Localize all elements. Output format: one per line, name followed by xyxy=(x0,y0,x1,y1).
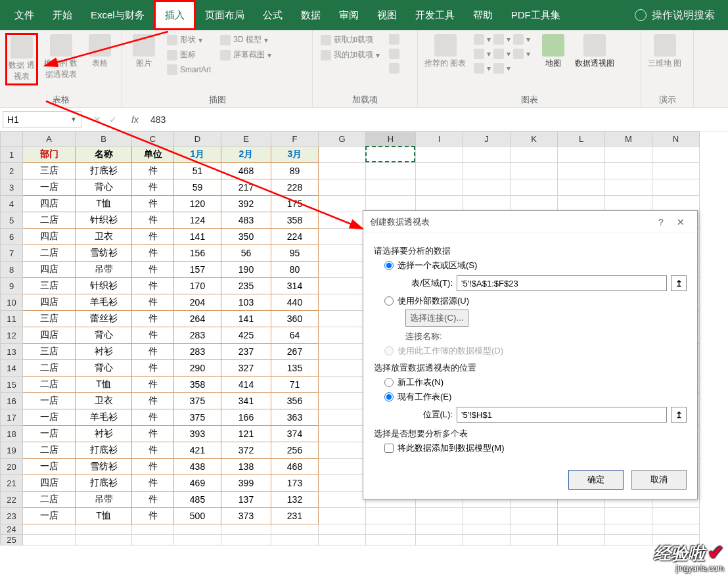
map-button[interactable]: 地图 xyxy=(537,33,570,70)
shapes-button[interactable]: 形状 ▾ xyxy=(164,33,214,47)
data-cell[interactable]: 500 xyxy=(174,508,221,524)
smartart-button[interactable]: SmartArt xyxy=(164,63,214,76)
data-cell[interactable]: 224 xyxy=(271,229,319,245)
addin-slot-3[interactable] xyxy=(386,62,402,75)
data-cell[interactable]: 二店 xyxy=(23,492,76,508)
addin-slot-1[interactable] xyxy=(386,33,402,46)
data-cell[interactable]: 件 xyxy=(132,393,174,409)
data-cell[interactable]: 374 xyxy=(271,426,319,442)
col-header-J[interactable]: J xyxy=(463,132,511,147)
data-cell[interactable]: 327 xyxy=(221,360,271,377)
dialog-titlebar[interactable]: 创建数据透视表 ? ✕ xyxy=(363,211,697,233)
data-cell[interactable]: 一店 xyxy=(23,393,76,409)
data-cell[interactable]: 283 xyxy=(174,327,221,344)
col-header-B[interactable]: B xyxy=(76,132,132,147)
data-cell[interactable]: 228 xyxy=(271,179,319,196)
data-cell[interactable]: 件 xyxy=(132,196,174,212)
data-cell[interactable]: 231 xyxy=(271,508,319,524)
tab-插入[interactable]: 插入 xyxy=(154,0,196,30)
data-cell[interactable]: 件 xyxy=(132,377,174,393)
data-cell[interactable]: 吊带 xyxy=(76,492,132,508)
data-cell[interactable]: 469 xyxy=(174,475,221,492)
data-cell[interactable]: 440 xyxy=(271,294,319,311)
data-cell[interactable]: 三店 xyxy=(23,163,76,179)
data-cell[interactable]: 375 xyxy=(174,409,221,426)
data-cell[interactable]: 衬衫 xyxy=(76,344,132,360)
data-cell[interactable]: 件 xyxy=(132,278,174,294)
data-cell[interactable]: 件 xyxy=(132,311,174,327)
col-header-K[interactable]: K xyxy=(511,132,558,147)
data-cell[interactable]: 二店 xyxy=(23,245,76,262)
data-cell[interactable]: 95 xyxy=(271,245,319,262)
data-cell[interactable]: 四店 xyxy=(23,196,76,212)
header-cell[interactable]: 1月 xyxy=(174,147,221,163)
header-cell[interactable]: 名称 xyxy=(76,147,132,163)
tab-开始[interactable]: 开始 xyxy=(43,0,81,30)
data-cell[interactable]: 打底衫 xyxy=(76,475,132,492)
data-cell[interactable]: 138 xyxy=(221,459,271,475)
data-cell[interactable]: 一店 xyxy=(23,508,76,524)
row-header-20[interactable]: 20 xyxy=(1,459,23,475)
tab-PDF工具集[interactable]: PDF工具集 xyxy=(502,0,570,30)
data-cell[interactable]: 件 xyxy=(132,409,174,426)
ok-button[interactable]: 确定 xyxy=(568,470,624,490)
row-header-1[interactable]: 1 xyxy=(1,147,23,163)
data-cell[interactable]: 166 xyxy=(221,409,271,426)
data-cell[interactable]: 雪纺衫 xyxy=(76,459,132,475)
data-cell[interactable]: 267 xyxy=(271,344,319,360)
data-cell[interactable]: 四店 xyxy=(23,475,76,492)
tab-数据[interactable]: 数据 xyxy=(292,0,330,30)
data-cell[interactable]: 一店 xyxy=(23,459,76,475)
data-cell[interactable]: 103 xyxy=(221,294,271,311)
tab-开发工具[interactable]: 开发工具 xyxy=(406,0,464,30)
data-cell[interactable]: 120 xyxy=(174,196,221,212)
col-header-A[interactable]: A xyxy=(23,132,76,147)
tab-审阅[interactable]: 审阅 xyxy=(330,0,368,30)
data-cell[interactable]: 件 xyxy=(132,229,174,245)
col-header-G[interactable]: G xyxy=(319,132,366,147)
location-input[interactable] xyxy=(457,407,667,423)
tab-帮助[interactable]: 帮助 xyxy=(464,0,502,30)
location-collapse-icon[interactable]: ↥ xyxy=(671,407,687,423)
data-cell[interactable]: 64 xyxy=(271,327,319,344)
row-header-9[interactable]: 9 xyxy=(1,278,23,294)
data-cell[interactable]: 358 xyxy=(271,212,319,229)
data-cell[interactable]: 件 xyxy=(132,344,174,360)
row-header-2[interactable]: 2 xyxy=(1,163,23,179)
data-cell[interactable]: 425 xyxy=(221,327,271,344)
fx-button[interactable]: fx xyxy=(126,114,144,125)
my-addins-button[interactable]: 我的加载项 ▾ xyxy=(318,48,382,62)
data-cell[interactable]: 51 xyxy=(174,163,221,179)
row-header-5[interactable]: 5 xyxy=(1,212,23,229)
row-header-11[interactable]: 11 xyxy=(1,311,23,327)
data-cell[interactable]: 针织衫 xyxy=(76,212,132,229)
data-cell[interactable]: 件 xyxy=(132,442,174,459)
data-cell[interactable]: 170 xyxy=(174,278,221,294)
data-cell[interactable]: 件 xyxy=(132,294,174,311)
data-cell[interactable]: 雪纺衫 xyxy=(76,245,132,262)
radio-select-range[interactable] xyxy=(384,261,394,270)
data-cell[interactable]: 卫衣 xyxy=(76,229,132,245)
row-header-25[interactable]: 25 xyxy=(1,535,23,545)
data-cell[interactable]: 二店 xyxy=(23,360,76,377)
data-cell[interactable]: 235 xyxy=(221,278,271,294)
data-cell[interactable]: 121 xyxy=(221,426,271,442)
row-header-21[interactable]: 21 xyxy=(1,475,23,492)
col-header-H[interactable]: H xyxy=(366,132,416,147)
data-cell[interactable]: 羊毛衫 xyxy=(76,409,132,426)
col-header-M[interactable]: M xyxy=(605,132,652,147)
data-cell[interactable]: 蕾丝衫 xyxy=(76,311,132,327)
data-cell[interactable]: 363 xyxy=(271,409,319,426)
data-cell[interactable]: 四店 xyxy=(23,262,76,278)
data-cell[interactable]: 393 xyxy=(174,426,221,442)
pivot-table-button[interactable]: 数据 透视表 xyxy=(5,33,38,85)
data-cell[interactable]: 衬衫 xyxy=(76,426,132,442)
data-cell[interactable]: 四店 xyxy=(23,294,76,311)
data-cell[interactable]: 件 xyxy=(132,492,174,508)
tell-me-search[interactable]: 操作说明搜索 xyxy=(635,9,728,22)
data-cell[interactable]: 256 xyxy=(271,442,319,459)
name-box[interactable]: H1▼ xyxy=(3,111,81,128)
formula-input[interactable]: 483 xyxy=(144,114,728,125)
data-cell[interactable]: 吊带 xyxy=(76,262,132,278)
row-header-19[interactable]: 19 xyxy=(1,442,23,459)
